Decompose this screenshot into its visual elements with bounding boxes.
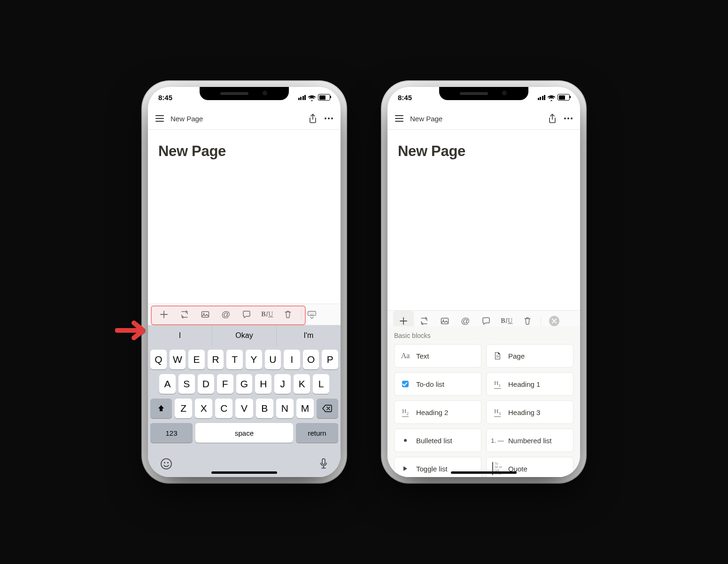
- share-icon[interactable]: [548, 114, 557, 123]
- suggestion-1[interactable]: I: [148, 325, 212, 346]
- add-block-icon[interactable]: [154, 304, 174, 325]
- key-c[interactable]: C: [215, 399, 232, 418]
- trash-icon[interactable]: [278, 304, 298, 325]
- block-label: Text: [416, 352, 429, 360]
- key-x[interactable]: X: [195, 399, 212, 418]
- key-s[interactable]: S: [178, 374, 195, 394]
- battery-icon: [558, 94, 570, 101]
- block-toggle-list[interactable]: Toggle list: [394, 457, 481, 477]
- key-space[interactable]: space: [195, 423, 293, 443]
- block-label: Heading 1: [508, 380, 540, 388]
- svg-point-1: [203, 313, 205, 314]
- key-g[interactable]: G: [236, 374, 253, 394]
- svg-rect-7: [441, 318, 449, 324]
- page-title[interactable]: New Page: [398, 143, 570, 160]
- home-indicator[interactable]: [211, 471, 277, 474]
- panel-section-title: Basic blocks: [394, 332, 573, 339]
- key-t[interactable]: T: [226, 350, 243, 369]
- block-quote[interactable]: To be or not to be Quote: [486, 457, 573, 477]
- status-time: 8:45: [398, 94, 412, 102]
- block-todo[interactable]: To-do list: [394, 372, 481, 396]
- block-text[interactable]: Aa Text: [394, 344, 481, 368]
- phone-right: 8:45 New Page New Page: [387, 87, 580, 477]
- block-label: Heading 2: [416, 408, 448, 416]
- key-d[interactable]: D: [198, 374, 214, 394]
- more-icon[interactable]: [325, 118, 333, 119]
- key-p[interactable]: P: [322, 350, 338, 369]
- key-e[interactable]: E: [188, 350, 205, 369]
- key-123[interactable]: 123: [150, 423, 193, 443]
- toggle-icon: [400, 463, 410, 474]
- notch: [439, 87, 528, 100]
- text-format-icon[interactable]: BIU: [257, 304, 278, 325]
- key-u[interactable]: U: [265, 350, 281, 369]
- share-icon[interactable]: [309, 114, 317, 123]
- svg-point-4: [164, 462, 165, 463]
- block-label: Heading 3: [508, 408, 540, 416]
- h2-icon: H2: [400, 407, 410, 417]
- numbered-icon: 1. —: [492, 435, 503, 446]
- nav-bar: New Page: [148, 108, 341, 130]
- key-a[interactable]: A: [159, 374, 176, 394]
- key-f[interactable]: F: [217, 374, 233, 394]
- key-z[interactable]: Z: [175, 399, 192, 418]
- block-label: Page: [508, 352, 525, 360]
- key-backspace[interactable]: [317, 399, 338, 418]
- page-icon: [492, 351, 503, 361]
- block-label: Bulleted list: [416, 437, 452, 445]
- menu-icon[interactable]: [155, 115, 164, 122]
- key-n[interactable]: N: [276, 399, 294, 418]
- block-heading1[interactable]: H1 Heading 1: [486, 372, 573, 396]
- page-content[interactable]: New Page: [148, 130, 341, 173]
- svg-rect-6: [322, 459, 325, 464]
- emoji-icon[interactable]: [160, 458, 172, 472]
- page-title[interactable]: New Page: [158, 143, 330, 160]
- key-j[interactable]: J: [274, 374, 291, 394]
- phone-left: 8:45 New Page New Page: [148, 87, 341, 477]
- key-shift[interactable]: [150, 399, 172, 418]
- key-y[interactable]: Y: [246, 350, 262, 369]
- status-time: 8:45: [158, 94, 172, 102]
- breadcrumb[interactable]: New Page: [170, 115, 203, 123]
- text-icon: Aa: [400, 351, 410, 361]
- dictation-icon[interactable]: [319, 458, 328, 472]
- cellular-icon: [538, 95, 546, 100]
- suggestion-2[interactable]: Okay: [212, 325, 277, 346]
- block-page[interactable]: Page: [486, 344, 573, 368]
- menu-icon[interactable]: [395, 115, 403, 122]
- key-m[interactable]: M: [296, 399, 314, 418]
- image-icon[interactable]: [195, 304, 216, 325]
- key-q[interactable]: Q: [150, 350, 167, 369]
- key-v[interactable]: V: [235, 399, 253, 418]
- key-return[interactable]: return: [296, 423, 338, 443]
- key-l[interactable]: L: [313, 374, 329, 394]
- nav-bar: New Page: [387, 108, 580, 130]
- home-indicator[interactable]: [451, 471, 517, 474]
- key-w[interactable]: W: [170, 350, 186, 369]
- mention-icon[interactable]: @: [216, 304, 236, 325]
- block-picker-panel: Basic blocks Aa Text Page To-do list: [387, 326, 580, 477]
- cellular-icon: [298, 95, 306, 100]
- breadcrumb[interactable]: New Page: [410, 115, 442, 123]
- key-h[interactable]: H: [255, 374, 271, 394]
- key-r[interactable]: R: [208, 350, 224, 369]
- comment-icon[interactable]: [236, 304, 257, 325]
- block-heading3[interactable]: H3 Heading 3: [486, 400, 573, 424]
- block-heading2[interactable]: H2 Heading 2: [394, 400, 481, 424]
- key-i[interactable]: I: [284, 350, 300, 369]
- wifi-icon: [548, 94, 555, 100]
- turn-into-icon[interactable]: [174, 304, 195, 325]
- more-icon[interactable]: [564, 118, 573, 119]
- notch: [200, 87, 289, 100]
- block-numbered-list[interactable]: 1. — Numbered list: [486, 429, 573, 452]
- key-k[interactable]: K: [294, 374, 310, 394]
- key-o[interactable]: O: [303, 350, 319, 369]
- block-bulleted-list[interactable]: Bulleted list: [394, 429, 481, 452]
- key-b[interactable]: B: [256, 399, 273, 418]
- block-label: Numbered list: [508, 437, 552, 445]
- suggestion-3[interactable]: I'm: [277, 325, 341, 346]
- ios-keyboard[interactable]: I Okay I'm Q W E R T Y U I O P A: [148, 325, 341, 477]
- dismiss-keyboard-icon[interactable]: [304, 307, 319, 322]
- page-content[interactable]: New Page: [387, 130, 580, 173]
- editor-toolbar: @ BIU: [148, 304, 341, 325]
